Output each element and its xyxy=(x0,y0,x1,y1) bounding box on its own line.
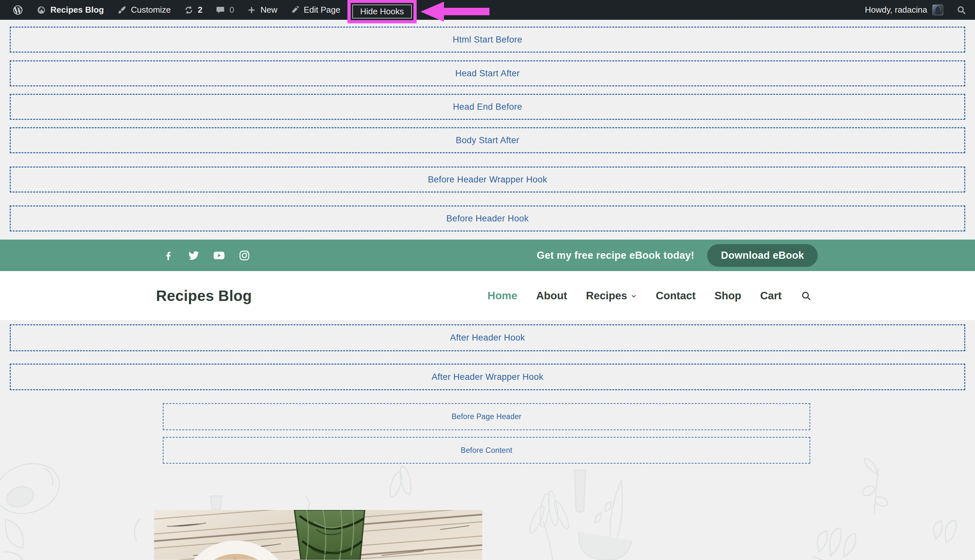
hook-box-head-end-before: Head End Before xyxy=(10,94,965,120)
adminbar-customize-label: Customize xyxy=(131,5,171,15)
nav-item-label: About xyxy=(536,290,567,302)
adminbar-customize[interactable]: Customize xyxy=(110,0,177,20)
main-nav: Home About Recipes Contact xyxy=(487,290,811,302)
ebook-cta-text: Get my free recipe eBook today! xyxy=(537,250,694,261)
wordpress-logo-icon xyxy=(12,5,23,16)
hook-box-after-header: After Header Hook xyxy=(10,324,965,351)
download-ebook-button[interactable]: Download eBook xyxy=(707,244,818,267)
hook-box-before-header: Before Header Hook xyxy=(10,205,965,232)
site-header: Recipes Blog Home About Recipes xyxy=(0,271,975,320)
adminbar-edit-page-label: Edit Page xyxy=(304,5,341,15)
nav-search-icon[interactable] xyxy=(801,290,811,301)
hook-label: Head End Before xyxy=(453,102,522,112)
hook-box-after-header-wrapper: After Header Wrapper Hook xyxy=(10,363,965,390)
updates-icon xyxy=(184,5,194,15)
nav-item-label: Recipes xyxy=(586,290,627,302)
annotation-arrow xyxy=(421,2,490,22)
adminbar-search[interactable] xyxy=(950,0,967,20)
hook-label: Body Start After xyxy=(456,135,519,145)
nav-item-shop[interactable]: Shop xyxy=(714,290,741,302)
featured-image xyxy=(154,510,482,560)
adminbar-updates-count: 2 xyxy=(198,5,202,15)
nav-item-about[interactable]: About xyxy=(536,290,567,302)
hook-label: After Header Wrapper Hook xyxy=(431,372,544,382)
hook-box-before-content: Before Content xyxy=(163,437,810,463)
wp-logo-menu[interactable] xyxy=(6,0,30,20)
avatar xyxy=(932,5,943,15)
arrow-shaft xyxy=(444,8,490,15)
hook-label: After Header Hook xyxy=(450,333,525,343)
comments-icon xyxy=(216,5,225,15)
hook-box-before-page-header: Before Page Header xyxy=(163,403,810,430)
hook-label: Head Start After xyxy=(455,68,520,78)
facebook-icon[interactable] xyxy=(162,249,175,262)
adminbar-comments[interactable]: 0 xyxy=(209,0,241,20)
plus-icon xyxy=(247,5,256,15)
adminbar-new[interactable]: New xyxy=(241,0,284,20)
adminbar-comments-count: 0 xyxy=(229,5,234,15)
arrow-head xyxy=(421,2,444,22)
nav-item-cart[interactable]: Cart xyxy=(760,290,782,302)
youtube-icon[interactable] xyxy=(212,249,226,262)
nav-item-home[interactable]: Home xyxy=(487,290,517,302)
adminbar-account[interactable]: Howdy, radacina xyxy=(858,0,950,20)
hook-box-before-header-wrapper: Before Header Wrapper Hook xyxy=(10,167,965,193)
social-icons xyxy=(162,249,251,262)
adminbar-updates[interactable]: 2 xyxy=(177,0,209,20)
page: Recipes Blog Customize xyxy=(0,0,975,560)
hook-box-html-start-before: Html Start Before xyxy=(10,27,965,53)
howdy-text: Howdy, radacina xyxy=(865,5,927,15)
hook-label: Before Header Wrapper Hook xyxy=(428,175,547,185)
instagram-icon[interactable] xyxy=(238,249,251,262)
chevron-down-icon xyxy=(630,290,637,302)
hook-box-head-start-after: Head Start After xyxy=(10,60,965,87)
adminbar-site-name[interactable]: Recipes Blog xyxy=(30,0,110,20)
customize-brush-icon xyxy=(117,5,127,15)
nav-item-recipes[interactable]: Recipes xyxy=(586,290,637,302)
wp-admin-bar: Recipes Blog Customize xyxy=(0,0,975,20)
twitter-icon[interactable] xyxy=(187,249,200,262)
site-title[interactable]: Recipes Blog xyxy=(156,287,252,305)
hook-label: Html Start Before xyxy=(453,35,522,45)
pencil-icon xyxy=(291,5,299,15)
hooks-top-group: Html Start Before Head Start After Head … xyxy=(0,20,975,232)
hook-label: Before Content xyxy=(461,446,513,455)
search-icon xyxy=(956,5,967,15)
hooks-after-header-group: After Header Hook After Header Wrapper H… xyxy=(0,320,975,390)
hide-hooks-button[interactable]: Hide Hooks xyxy=(352,5,411,18)
top-social-bar: Get my free recipe eBook today! Download… xyxy=(0,240,975,271)
hook-box-body-start-after: Body Start After xyxy=(10,127,965,153)
nav-item-label: Shop xyxy=(714,290,741,302)
nav-item-label: Contact xyxy=(656,290,696,302)
nav-item-label: Home xyxy=(487,290,517,302)
hook-label: Before Page Header xyxy=(452,412,521,421)
hooks-content-group: Before Page Header Before Content xyxy=(0,390,975,463)
adminbar-new-label: New xyxy=(260,5,277,15)
dashboard-icon xyxy=(37,5,46,15)
hide-hooks-annotation-box: Hide Hooks xyxy=(348,0,416,23)
nav-item-label: Cart xyxy=(760,290,782,302)
hook-label: Before Header Hook xyxy=(446,213,528,224)
adminbar-edit-page[interactable]: Edit Page xyxy=(284,0,347,20)
adminbar-site-name-label: Recipes Blog xyxy=(50,5,104,15)
nav-item-contact[interactable]: Contact xyxy=(656,290,696,302)
